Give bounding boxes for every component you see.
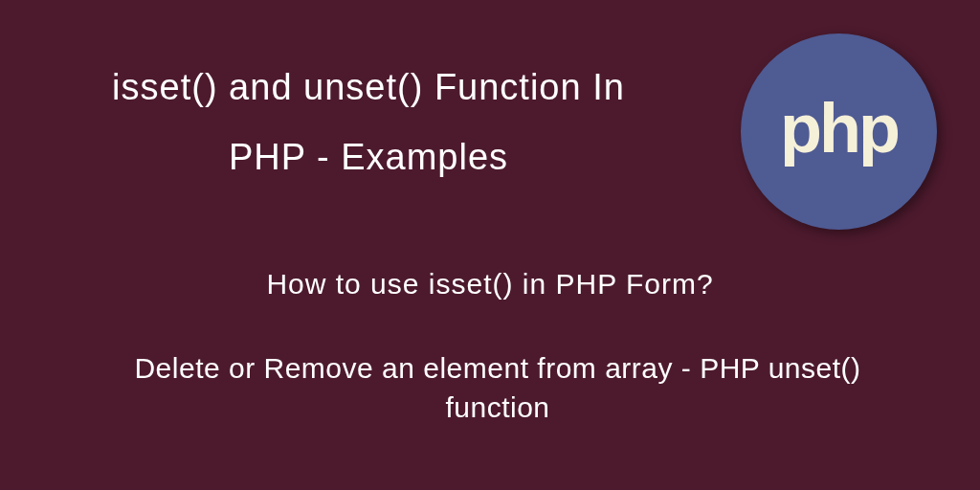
subtitle-question: How to use isset() in PHP Form? (0, 268, 980, 301)
php-logo-text: php (780, 89, 898, 167)
php-logo: php (741, 33, 937, 230)
title-line-2: PHP - Examples (24, 137, 713, 178)
title-line-1: isset() and unset() Function In (24, 67, 713, 108)
subtitle-description: Delete or Remove an element from array -… (134, 349, 861, 427)
main-title: isset() and unset() Function In PHP - Ex… (24, 67, 713, 178)
